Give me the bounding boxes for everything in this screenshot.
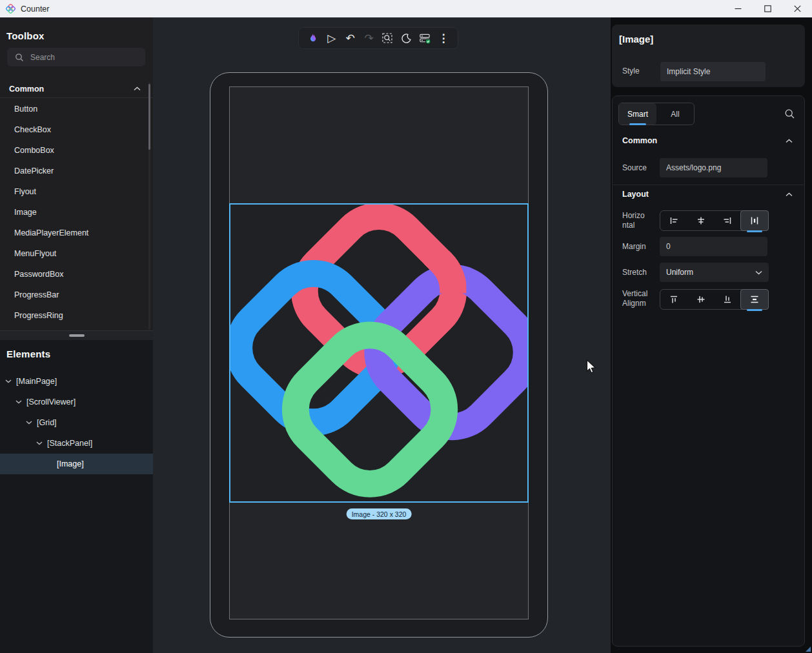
toolbox-search[interactable]	[7, 48, 145, 66]
align-vertical-center-button[interactable]	[687, 290, 715, 309]
align-bottom-icon	[722, 294, 733, 305]
left-sidebar: Toolbox Common Button CheckBox ComboBox …	[0, 17, 153, 653]
window-resize-grip[interactable]	[806, 647, 811, 652]
properties-search-icon[interactable]	[784, 108, 795, 119]
chevron-up-icon	[786, 139, 793, 143]
minimize-icon	[735, 5, 742, 12]
chevron-down-icon	[36, 441, 43, 445]
tree-item-scrollviewer[interactable]: [ScrollViewer]	[0, 392, 153, 412]
section-divider	[613, 185, 804, 185]
toolbox-item-progressbar[interactable]: ProgressBar	[0, 285, 148, 305]
moon-icon	[401, 33, 412, 44]
tab-smart[interactable]: Smart	[619, 103, 656, 125]
margin-label: Margin	[622, 242, 646, 251]
align-center-icon	[696, 216, 706, 226]
align-horizontal-right-button[interactable]	[715, 211, 742, 230]
chevron-down-icon	[5, 379, 12, 383]
uno-logo-image	[230, 205, 527, 501]
property-tabs: Smart All	[618, 103, 695, 125]
source-input[interactable]	[660, 158, 767, 177]
toolbox-section-common[interactable]: Common	[0, 80, 153, 98]
elements-title: Elements	[6, 348, 50, 359]
image-selection[interactable]	[229, 203, 529, 503]
vertical-alignment-label: VerticalAlignm	[622, 289, 647, 308]
selected-element-card: [Image] Style	[612, 25, 805, 87]
active-tab-indicator	[629, 123, 646, 126]
tree-item-image-selected[interactable]: [Image]	[0, 454, 153, 474]
chevron-down-icon	[15, 400, 22, 404]
window-title: Counter	[21, 5, 49, 14]
play-icon: ▷	[327, 33, 336, 44]
toolbox-item-button[interactable]: Button	[0, 99, 148, 119]
zoom-selection-icon	[381, 32, 393, 44]
canvas-toolbar: ▷ ↶ ↷	[298, 27, 458, 49]
toolbox-panel: Toolbox Common Button CheckBox ComboBox …	[0, 17, 153, 330]
more-options-button[interactable]: ⋮	[435, 30, 452, 46]
vertical-alignment-group	[660, 289, 769, 310]
toolbox-item-datepicker[interactable]: DatePicker	[0, 161, 148, 181]
align-vertical-stretch-button[interactable]	[740, 289, 769, 310]
undo-icon: ↶	[346, 33, 355, 44]
toolbox-item-checkbox[interactable]: CheckBox	[0, 119, 148, 140]
chevron-down-icon	[26, 421, 32, 425]
align-stretch-icon	[749, 294, 760, 305]
tree-item-grid[interactable]: [Grid]	[0, 412, 153, 433]
kebab-menu-icon: ⋮	[438, 33, 449, 44]
toolbox-scrollbar-thumb[interactable]	[148, 84, 150, 150]
align-horizontal-center-button[interactable]	[687, 211, 715, 230]
horizontal-alignment-label: Horizontal	[622, 211, 645, 230]
search-input[interactable]	[30, 53, 127, 62]
zoom-selection-button[interactable]	[379, 30, 396, 46]
toolbox-item-image[interactable]: Image	[0, 202, 148, 223]
titlebar: Counter	[0, 0, 812, 17]
redo-icon: ↷	[364, 33, 373, 44]
redo-button[interactable]: ↷	[361, 30, 378, 46]
validate-changes-button[interactable]	[416, 30, 433, 46]
tree-item-stackpanel[interactable]: [StackPanel]	[0, 433, 153, 454]
theme-toggle-button[interactable]	[398, 30, 414, 46]
validate-changes-icon	[419, 32, 431, 45]
style-input[interactable]	[660, 62, 766, 81]
toolbox-item-passwordbox[interactable]: PasswordBox	[0, 264, 148, 285]
selection-size-badge: Image - 320 x 320	[347, 508, 412, 519]
style-label: Style	[622, 66, 640, 75]
align-horizontal-left-button[interactable]	[660, 211, 687, 230]
toolbox-item-flyout[interactable]: Flyout	[0, 181, 148, 202]
chevron-down-icon	[755, 270, 762, 275]
stretch-label: Stretch	[622, 268, 647, 277]
tab-all[interactable]: All	[656, 103, 694, 125]
chevron-up-icon	[786, 192, 793, 197]
toolbox-item-combobox[interactable]: ComboBox	[0, 140, 148, 161]
design-canvas[interactable]: ▷ ↶ ↷	[153, 17, 611, 653]
selected-element-header: [Image]	[619, 34, 653, 45]
section-common[interactable]: Common	[622, 136, 793, 145]
align-middle-icon	[696, 294, 706, 305]
selected-indicator	[747, 230, 762, 233]
toolbox-item-mediaplayerelement[interactable]: MediaPlayerElement	[0, 223, 148, 243]
page-content-area[interactable]: Image - 320 x 320	[229, 86, 529, 619]
align-right-icon	[722, 216, 733, 226]
flame-icon	[307, 32, 319, 44]
chevron-up-icon	[134, 86, 141, 91]
maximize-button[interactable]	[753, 0, 782, 17]
close-icon	[794, 5, 801, 12]
margin-input[interactable]	[660, 237, 767, 256]
play-button[interactable]: ▷	[323, 30, 340, 46]
toolbox-item-progressring[interactable]: ProgressRing	[0, 305, 148, 326]
toolbox-item-menuflyout[interactable]: MenuFlyout	[0, 243, 148, 264]
align-top-icon	[669, 294, 679, 305]
source-label: Source	[622, 163, 647, 172]
panel-splitter[interactable]	[0, 330, 153, 340]
align-vertical-top-button[interactable]	[660, 290, 687, 309]
section-layout[interactable]: Layout	[622, 190, 793, 199]
stretch-select[interactable]: Uniform	[660, 263, 769, 282]
search-icon	[15, 53, 24, 62]
close-button[interactable]	[782, 0, 812, 17]
minimize-button[interactable]	[723, 0, 753, 17]
align-horizontal-stretch-button[interactable]	[740, 210, 769, 231]
hot-design-flame-button[interactable]	[305, 30, 321, 46]
toolbox-list: Button CheckBox ComboBox DatePicker Flyo…	[0, 99, 148, 326]
align-vertical-bottom-button[interactable]	[715, 290, 742, 309]
tree-item-mainpage[interactable]: [MainPage]	[0, 371, 153, 392]
undo-button[interactable]: ↶	[342, 30, 359, 46]
